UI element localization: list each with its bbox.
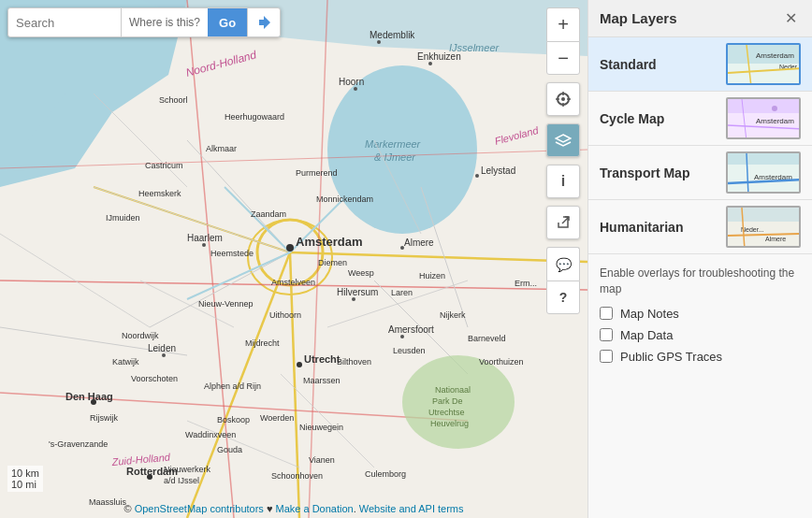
zoom-controls: + − [546, 7, 580, 75]
svg-text:Noordwijk: Noordwijk [122, 331, 159, 340]
svg-text:Voorschoten: Voorschoten [131, 374, 178, 383]
svg-point-54 [400, 335, 404, 338]
svg-text:Heemstede: Heemstede [210, 249, 254, 258]
map-layers-panel: Map Layers ✕ Standard Amsterdam Neder...… [587, 0, 812, 518]
svg-point-40 [286, 244, 294, 252]
svg-text:Nieuw-Vennep: Nieuw-Vennep [198, 299, 254, 309]
svg-point-56 [475, 174, 479, 178]
svg-text:a/d IJssel: a/d IJssel [164, 476, 199, 485]
overlay-map-notes-label[interactable]: Map Notes [620, 307, 679, 321]
layer-standard-item[interactable]: Standard Amsterdam Neder... [588, 37, 812, 92]
svg-text:Haarlem: Haarlem [187, 233, 223, 243]
svg-text:Huizen: Huizen [419, 271, 445, 281]
zoom-out-button[interactable]: − [546, 41, 580, 75]
search-bar: Where is this? Go [7, 7, 281, 37]
svg-text:Leusden: Leusden [393, 346, 426, 355]
svg-text:Culemborg: Culemborg [365, 469, 406, 479]
svg-text:Uithoorn: Uithoorn [269, 310, 301, 320]
svg-text:Medemblik: Medemblik [370, 30, 415, 40]
overlay-map-notes-checkbox[interactable] [600, 307, 613, 320]
svg-text:Amsterdam: Amsterdam [296, 235, 363, 249]
svg-text:Laren: Laren [391, 288, 413, 297]
svg-marker-112 [259, 16, 270, 29]
svg-point-130 [772, 106, 777, 111]
svg-text:Nieuwerkerk: Nieuwerkerk [164, 465, 211, 474]
zoom-in-button[interactable]: + [546, 7, 580, 41]
svg-text:Almere: Almere [404, 237, 434, 248]
overlays-title: Enable overlays for troubleshooting the … [600, 266, 801, 297]
panel-close-button[interactable]: ✕ [781, 9, 801, 27]
svg-text:IJsselmeer: IJsselmeer [449, 42, 500, 53]
svg-point-44 [297, 362, 302, 367]
layer-humanitarian-label: Humanitarian [600, 220, 726, 235]
svg-text:Lelystad: Lelystad [481, 165, 515, 176]
directions-button[interactable] [247, 8, 280, 36]
help-button[interactable]: ? [546, 281, 580, 314]
svg-text:Boskoop: Boskoop [217, 415, 250, 424]
svg-text:Almere: Almere [765, 236, 786, 242]
svg-point-114 [561, 97, 565, 101]
svg-text:Neder...: Neder... [741, 226, 764, 233]
svg-text:IJmuiden: IJmuiden [106, 213, 140, 223]
layer-cycle-label: Cycle Map [600, 111, 726, 126]
svg-point-60 [354, 87, 357, 91]
svg-point-58 [352, 297, 355, 301]
scale-imperial: 10 mi [11, 479, 39, 490]
svg-text:Schoorl: Schoorl [159, 95, 188, 105]
overlay-map-data-item[interactable]: Map Data [600, 328, 801, 342]
svg-point-62 [428, 62, 432, 65]
info-button[interactable]: i [546, 165, 580, 198]
map-area[interactable]: Markermeer & IJmeer [0, 0, 587, 518]
overlay-gps-traces-checkbox[interactable] [600, 350, 613, 363]
svg-text:Purmerend: Purmerend [296, 168, 338, 178]
svg-text:Alphen a/d Rijn: Alphen a/d Rijn [204, 381, 261, 391]
svg-text:Schoonhoven: Schoonhoven [271, 471, 323, 481]
svg-point-50 [162, 353, 166, 357]
svg-text:Alkmaar: Alkmaar [206, 144, 237, 153]
overlay-gps-traces-item[interactable]: Public GPS Traces [600, 350, 801, 364]
layer-standard-label: Standard [600, 57, 726, 72]
svg-text:Nieuwegein: Nieuwegein [299, 423, 343, 432]
overlay-map-data-label[interactable]: Map Data [620, 328, 673, 342]
osm-link[interactable]: OpenStreetMap contributors [135, 503, 264, 514]
svg-text:Katwijk: Katwijk [112, 357, 139, 367]
share-button[interactable] [546, 206, 580, 239]
svg-text:Erm...: Erm... [515, 279, 537, 288]
layer-cycle-item[interactable]: Cycle Map Amsterdam [588, 92, 812, 146]
layers-button[interactable] [546, 123, 580, 157]
svg-text:Diemen: Diemen [318, 258, 347, 267]
map-attribution: © OpenStreetMap contributors ♥ Make a Do… [124, 503, 464, 514]
panel-header: Map Layers ✕ [588, 0, 812, 37]
overlay-map-notes-item[interactable]: Map Notes [600, 307, 801, 321]
svg-text:Amersfoort: Amersfoort [388, 324, 434, 335]
overlay-gps-traces-label[interactable]: Public GPS Traces [620, 350, 722, 364]
svg-text:Woerden: Woerden [260, 413, 294, 423]
panel-title: Map Layers [600, 10, 677, 26]
svg-text:Vianen: Vianen [309, 455, 335, 465]
svg-text:Monnickendam: Monnickendam [316, 194, 373, 204]
map-controls: + − i [546, 7, 580, 314]
svg-text:Utrechtse: Utrechtse [428, 408, 465, 417]
svg-text:Voorthuizen: Voorthuizen [479, 357, 524, 367]
layer-humanitarian-item[interactable]: Humanitarian Neder... Almere [588, 200, 812, 254]
donate-link[interactable]: Make a Donation [276, 503, 354, 514]
svg-rect-139 [728, 208, 801, 222]
svg-text:Mijdrecht: Mijdrecht [245, 338, 280, 348]
go-button[interactable]: Go [208, 8, 247, 36]
svg-text:Heuvelrug: Heuvelrug [430, 419, 469, 428]
api-terms-link[interactable]: Website and API terms [359, 503, 464, 514]
search-input[interactable] [8, 16, 121, 30]
svg-text:Zaandam: Zaandam [251, 209, 286, 219]
share-icon [556, 215, 571, 230]
overlay-map-data-checkbox[interactable] [600, 328, 613, 341]
where-is-this-button[interactable]: Where is this? [121, 8, 208, 36]
svg-text:Castricum: Castricum [145, 161, 183, 170]
comment-button[interactable]: 💬 [546, 247, 580, 281]
locate-button[interactable] [546, 82, 580, 116]
svg-text:Amstelveen: Amstelveen [271, 278, 315, 287]
layer-transport-item[interactable]: Transport Map Amsterdam [588, 146, 812, 200]
extra-controls: 💬 ? [546, 247, 580, 314]
svg-rect-134 [728, 153, 801, 165]
svg-text:Nationaal: Nationaal [435, 385, 471, 395]
svg-text:Bilthoven: Bilthoven [337, 357, 371, 367]
